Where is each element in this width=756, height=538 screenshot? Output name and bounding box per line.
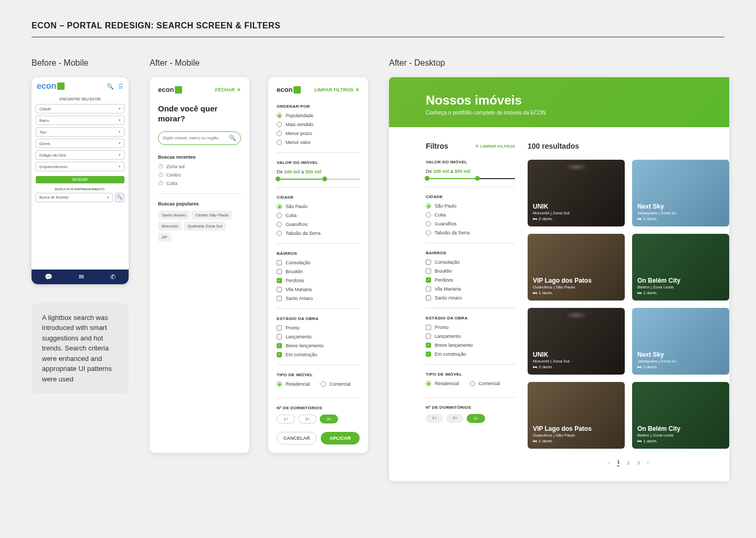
- divider: [426, 187, 515, 187]
- radio-taboao[interactable]: Taboão da Serra: [277, 231, 360, 236]
- radio-guarulhos[interactable]: Guarulhos: [277, 222, 360, 227]
- whatsapp-icon[interactable]: ✆: [110, 273, 116, 281]
- property-card[interactable]: On Belém CityBelém | Zona Leste1 dorm.: [632, 382, 729, 449]
- select-empreendimento[interactable]: Empreendimento: [36, 162, 124, 171]
- page-prev[interactable]: ‹: [608, 460, 610, 465]
- close-button[interactable]: FECHAR✕: [215, 87, 242, 92]
- check-perdizes[interactable]: Perdizes: [426, 277, 515, 283]
- radio-popularidade[interactable]: Popularidade: [277, 113, 360, 118]
- slider-handle-min[interactable]: [276, 177, 280, 181]
- before-header: econ 🔍 ☰: [32, 77, 129, 95]
- radio-residencial[interactable]: Residencial: [426, 381, 459, 386]
- radio-sao-paulo[interactable]: São Paulo: [277, 204, 360, 209]
- checkbox-icon: [426, 277, 431, 283]
- chat-icon[interactable]: 💬: [45, 273, 52, 281]
- property-card[interactable]: UNIKMorumbi | Zona Sul2 dorm.: [528, 160, 625, 226]
- check-vila-mariana[interactable]: Vila Mariana: [277, 287, 360, 292]
- select-tipo[interactable]: Tipo: [36, 127, 124, 137]
- select-estagio[interactable]: Estágio da Obra: [36, 150, 124, 160]
- check-brooklin[interactable]: Brooklin: [426, 268, 515, 274]
- check-construcao[interactable]: Em construção: [426, 351, 515, 357]
- check-lancamento[interactable]: Lançamento: [426, 334, 515, 339]
- check-consolacao[interactable]: Consolação: [426, 260, 515, 265]
- clear-filters-link[interactable]: ✕LIMPAR FILTROS: [475, 144, 515, 149]
- mail-icon[interactable]: ✉: [79, 273, 84, 281]
- radio-residencial[interactable]: Residencial: [277, 381, 310, 387]
- search-input-container[interactable]: 🔍: [158, 131, 241, 145]
- property-card[interactable]: Next SkyJabaquara | Zona Su1 dorm.: [632, 160, 729, 226]
- checkbox-icon: [426, 295, 431, 301]
- pill-2plus[interactable]: 2+: [298, 415, 317, 423]
- page-next[interactable]: ›: [647, 460, 649, 465]
- checkbox-icon: [277, 343, 282, 348]
- check-santo-amaro[interactable]: Santo Amaro: [277, 296, 360, 301]
- value-range-text: De 100 mil a 300 mil: [426, 169, 515, 174]
- property-card[interactable]: On Belém CityBelém | Zona Leste1 dorm.: [632, 234, 729, 301]
- radio-icon: [277, 122, 282, 127]
- property-card[interactable]: VIP Lago dos PatosGuarulhos | São Paulo1…: [528, 382, 625, 449]
- cancel-button[interactable]: CANCELAR: [277, 432, 317, 444]
- radio-comercial[interactable]: Comercial: [470, 381, 500, 386]
- slider-handle-min[interactable]: [425, 176, 429, 181]
- select-cidade[interactable]: Cidade: [36, 104, 124, 113]
- property-card[interactable]: Next SkyJabaquara | Zona Su1 dorm.: [632, 308, 729, 375]
- tag[interactable]: Santo Amaro: [158, 211, 190, 220]
- popular-tags: Santo Amaro Centro São Paulo Morumbi Qui…: [158, 211, 241, 242]
- check-perdizes[interactable]: Perdizes: [277, 278, 360, 283]
- dorm-label: Nº DE DORMITÓRIOS: [277, 406, 360, 410]
- tag[interactable]: Centro São Paulo: [192, 211, 232, 220]
- radio-taboao[interactable]: Taboão da Serra: [426, 230, 515, 235]
- radio-sao-paulo[interactable]: São Paulo: [426, 203, 515, 209]
- value-slider[interactable]: [426, 178, 515, 179]
- check-pronto[interactable]: Pronto: [426, 325, 515, 330]
- check-consolacao[interactable]: Consolação: [277, 260, 360, 265]
- before-search-icon-button[interactable]: 🔍: [115, 193, 124, 202]
- check-lancamento[interactable]: Lançamento: [277, 334, 360, 339]
- radio-cotia[interactable]: Cotia: [277, 213, 360, 218]
- value-slider[interactable]: [277, 179, 360, 180]
- pill-2plus[interactable]: 2+: [446, 414, 464, 423]
- pill-1plus[interactable]: 1+: [426, 414, 443, 423]
- select-dorms[interactable]: Dorms: [36, 139, 124, 148]
- pill-1plus[interactable]: 1+: [277, 415, 295, 423]
- radio-cotia[interactable]: Cotia: [426, 212, 515, 218]
- radio-menor-valor[interactable]: Menor valor: [277, 140, 360, 145]
- pill-3plus[interactable]: 3+: [320, 415, 338, 423]
- slider-handle-max[interactable]: [322, 177, 327, 181]
- check-pronto[interactable]: Pronto: [277, 325, 360, 330]
- clear-filters-button[interactable]: LIMPAR FILTROS✕: [314, 87, 360, 92]
- slider-handle-max[interactable]: [475, 176, 480, 181]
- menu-icon[interactable]: ☰: [118, 83, 123, 90]
- select-bairro[interactable]: Bairro: [36, 116, 124, 125]
- tag[interactable]: Quitinete Zona Sul: [184, 222, 226, 231]
- pill-3plus[interactable]: 3+: [467, 414, 485, 423]
- recent-item[interactable]: 🕐Zona sul: [158, 164, 241, 169]
- recent-item[interactable]: 🕐Centro: [158, 172, 241, 178]
- before-search-input[interactable]: Busca de Imóveis: [36, 193, 113, 202]
- value-label: VALOR DO IMÓVEL: [277, 160, 360, 165]
- check-construcao[interactable]: Em construção: [277, 352, 360, 357]
- buscar-button[interactable]: BUSCAR: [36, 176, 124, 183]
- property-card[interactable]: UNIKMorumbi | Zona Sul2 dorm.: [528, 308, 625, 375]
- radio-comercial[interactable]: Comercial: [321, 381, 351, 387]
- tag[interactable]: SP: [158, 233, 171, 242]
- check-vila-mariana[interactable]: Vila Mariana: [426, 286, 515, 292]
- radio-mais-vendido[interactable]: Mais vendido: [277, 122, 360, 127]
- check-breve[interactable]: Breve lançamento: [277, 343, 360, 348]
- radio-guarulhos[interactable]: Guarulhos: [426, 221, 515, 226]
- property-card[interactable]: VIP Lago dos PatosGuarulhos | São Paulo1…: [528, 234, 625, 301]
- tag[interactable]: Morumbi: [158, 222, 182, 231]
- page-3[interactable]: 3: [637, 460, 640, 465]
- recent-item[interactable]: 🕐Cotia: [158, 181, 241, 186]
- check-santo-amaro[interactable]: Santo Amaro: [426, 295, 515, 301]
- apply-button[interactable]: APLICAR: [321, 432, 360, 444]
- search-icon[interactable]: 🔍: [107, 83, 114, 90]
- radio-menor-prazo[interactable]: Menor prazo: [277, 131, 360, 136]
- checkbox-icon: [426, 343, 431, 348]
- page-2[interactable]: 2: [627, 460, 629, 465]
- search-icon[interactable]: 🔍: [229, 134, 236, 141]
- check-brooklin[interactable]: Brooklin: [277, 269, 360, 274]
- search-input[interactable]: [163, 136, 229, 140]
- check-breve[interactable]: Breve lançamento: [426, 343, 515, 348]
- page-1[interactable]: 1: [617, 459, 620, 467]
